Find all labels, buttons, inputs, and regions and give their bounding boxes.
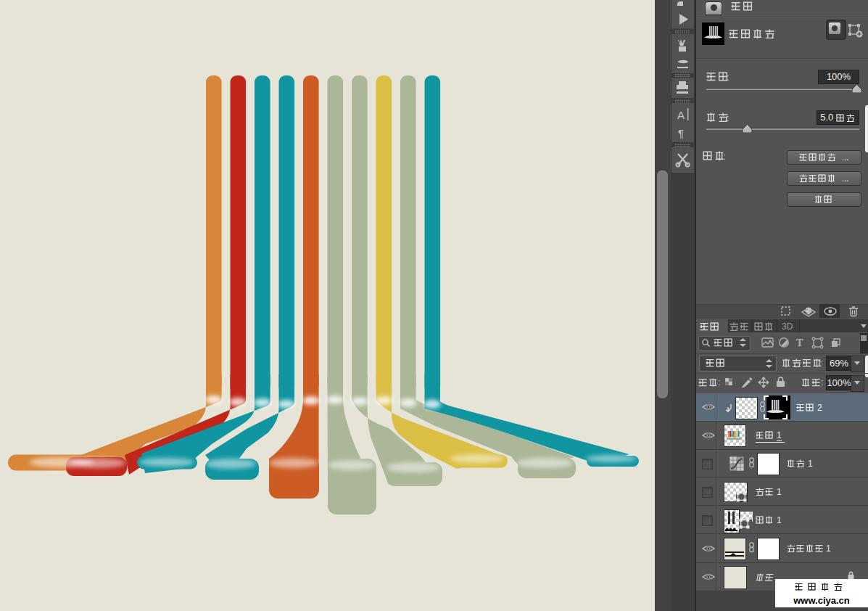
- svg-text:T: T: [796, 337, 803, 348]
- svg-text:¶: ¶: [678, 127, 684, 139]
- svg-text:A: A: [677, 109, 685, 121]
